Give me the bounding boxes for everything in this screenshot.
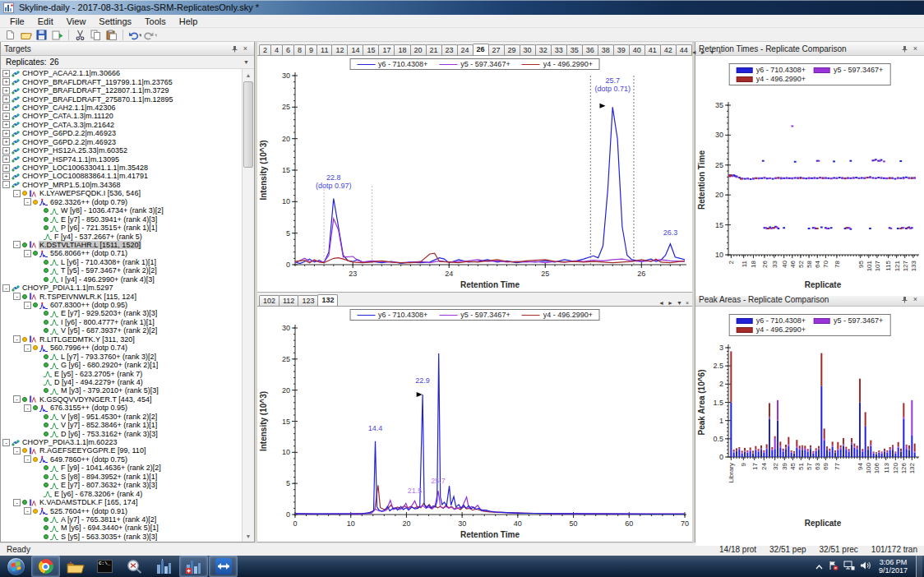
tree-item[interactable]: -525.7604++ (dotp 0.91)	[1, 506, 242, 515]
tree-item[interactable]: F [y4] - 537.2667+ (rank 5)	[1, 232, 242, 240]
scroll-tabs-left-icon[interactable]: ◄	[691, 49, 697, 55]
close-icon[interactable]: ×	[910, 44, 921, 54]
taskbar-skyline-button[interactable]	[150, 556, 178, 577]
tree-item[interactable]: L [y7] - 793.3760+ (rank 3)[2]	[1, 352, 242, 360]
tree-item[interactable]: A [y7] - 765.3811+ (rank 4)[2]	[1, 515, 242, 524]
tree-item[interactable]: +CHOYP_ACAA2.1.1|m.30666	[1, 69, 242, 77]
replicate-tab-4[interactable]: 4	[270, 44, 283, 55]
paste-button[interactable]	[104, 29, 118, 41]
tree-item[interactable]: E [y7] - 929.5203+ (rank 3)[3]	[1, 309, 242, 317]
show-desktop-button[interactable]	[916, 556, 922, 577]
tree-item[interactable]: +CHOYP_BRAFLDRAFT_122807.1.1|m.3729	[1, 86, 242, 95]
expand-icon[interactable]: +	[2, 138, 10, 145]
tree-item[interactable]: +CHOYP_CATA.3.3|m.21642	[1, 121, 242, 129]
publish-button[interactable]	[50, 29, 64, 41]
tree-item[interactable]: -R.AGEFSEEYGGPR.E [99, 110]	[1, 446, 242, 455]
menu-settings[interactable]: Settings	[92, 16, 138, 26]
tree-item[interactable]: T [y5] - 597.3467+ (rank 2)[2]	[1, 266, 242, 275]
tree-item[interactable]: -K.GSQQVVDYNGER.T [443, 454]	[1, 395, 242, 404]
replicate-tab-123[interactable]: 123	[298, 295, 318, 306]
collapse-icon[interactable]: -	[24, 455, 31, 463]
replicate-tab-32[interactable]: 32	[535, 44, 552, 55]
tree-item[interactable]: L [y6] - 710.4308+ (rank 1)[1]	[1, 258, 242, 266]
tree-item[interactable]: F [y9] - 1041.4636+ (rank 2)[2]	[1, 464, 242, 472]
expand-icon[interactable]: +	[2, 155, 10, 163]
expand-icon[interactable]: +	[2, 173, 10, 180]
tree-item[interactable]: +CHOYP_G6PD.2.2|m.46923	[1, 129, 242, 137]
collapse-icon[interactable]: -	[13, 335, 21, 343]
close-icon[interactable]: ×	[240, 44, 251, 54]
scroll-tabs-right-icon[interactable]: ►	[668, 300, 673, 306]
tree-item[interactable]: -R.LITLGEDMTK.Y [311, 320]	[1, 335, 242, 344]
chromatogram-top-svg[interactable]: 05101520253023242526Intensity (10^3)Rete…	[257, 56, 692, 293]
tree-item[interactable]: D [y6] - 753.3162+ (rank 3)[3]	[1, 429, 242, 437]
tree-item[interactable]: V [y7] - 852.3846+ (rank 1)[1]	[1, 421, 242, 429]
replicate-tab-41[interactable]: 41	[644, 44, 661, 55]
scrollbar-thumb[interactable]	[243, 81, 253, 168]
replicate-tab-9[interactable]: 9	[305, 44, 317, 55]
replicate-tab-132[interactable]: 132	[317, 294, 338, 306]
collapse-icon[interactable]: -	[2, 284, 10, 292]
chevron-down-icon[interactable]: ▼	[243, 59, 249, 65]
copy-button[interactable]	[89, 29, 103, 41]
replicate-tab-29[interactable]: 29	[504, 44, 520, 55]
tree-item[interactable]: E [y7] - 807.3632+ (rank 3)[3]	[1, 481, 242, 489]
collapse-icon[interactable]: -	[13, 447, 21, 455]
collapse-icon[interactable]: -	[13, 499, 21, 506]
close-icon[interactable]: ×	[686, 300, 689, 306]
tree-item[interactable]: +CHOYP_CATA.1.3|m.11120	[1, 112, 242, 120]
replicate-tab-15[interactable]: 15	[363, 44, 379, 55]
replicate-tab-38[interactable]: 38	[598, 44, 614, 55]
tree-item[interactable]: E [y7] - 850.3941+ (rank 4)[3]	[1, 215, 242, 223]
replicate-tab-23[interactable]: 23	[441, 44, 458, 55]
replicate-tab-26[interactable]: 26	[473, 44, 489, 55]
tree-item[interactable]: E [y5] - 623.2705+ (rank 7)	[1, 369, 242, 377]
replicate-tab-20[interactable]: 20	[410, 44, 427, 55]
taskbar-teamviewer-button[interactable]	[209, 556, 238, 577]
tree-item[interactable]: V [y8] - 951.4530+ (rank 2)[2]	[1, 413, 242, 421]
menu-tools[interactable]: Tools	[138, 16, 173, 26]
redo-button[interactable]: ▼	[143, 29, 157, 41]
tree-item[interactable]: +CHOYP_LOC100633041.1.1|m.35428	[1, 164, 242, 172]
scroll-down-icon[interactable]: ▼	[243, 530, 254, 542]
taskbar-explorer-button[interactable]	[61, 556, 90, 577]
tree-item[interactable]: -K.DSTVLTIAHR.L [1511, 1520]	[1, 241, 242, 249]
replicates-selector[interactable]: Replicates: 26 ▼	[1, 56, 254, 69]
tree-item[interactable]: +CHOYP_HSP74.1.1|m.13095	[1, 155, 242, 163]
scroll-tabs-right-icon[interactable]: ►	[700, 49, 706, 55]
pin-icon[interactable]	[899, 44, 910, 54]
expand-icon[interactable]: +	[2, 164, 10, 172]
tree-item[interactable]: +CHOYP_G6PD.2.2|m.46923	[1, 138, 242, 146]
tree-item[interactable]: -CHOYP_PDIA3.1.1|m.60223	[1, 438, 242, 446]
chromatogram-chart-bottom[interactable]: y6 - 710.4308+y5 - 597.3467+y4 - 496.299…	[257, 307, 692, 542]
new-button[interactable]	[3, 29, 17, 41]
menu-help[interactable]: Help	[173, 16, 205, 26]
tray-expand-icon[interactable]	[815, 559, 823, 574]
volume-icon[interactable]	[860, 559, 871, 574]
tree-item[interactable]: S [y5] - 563.3035+ (rank 3)[3]	[1, 533, 242, 541]
collapse-icon[interactable]: -	[13, 190, 21, 197]
tree-item[interactable]: I [y6] - 800.4777+ (rank 1)[1]	[1, 318, 242, 326]
replicate-tab-112[interactable]: 112	[279, 295, 298, 306]
collapse-icon[interactable]: -	[24, 507, 31, 515]
tab-list-icon[interactable]: ▼	[709, 49, 715, 55]
tree-item[interactable]: M [y6] - 694.3440+ (rank 5)[1]	[1, 524, 242, 532]
taskbar-skyline-tool-button[interactable]	[120, 556, 149, 577]
expand-icon[interactable]: +	[2, 70, 10, 77]
replicate-tab-11[interactable]: 11	[316, 44, 332, 55]
tree-item[interactable]: -692.3326++ (dotp 0.79)	[1, 198, 242, 206]
tree-item[interactable]: +CHOYP_CAH2.1.1|m.42306	[1, 104, 242, 112]
expand-icon[interactable]: +	[2, 121, 10, 128]
replicate-tab-40[interactable]: 40	[629, 44, 645, 55]
collapse-icon[interactable]: -	[24, 250, 31, 257]
tree-item[interactable]: -K.VADAMSTDLK.F [165, 174]	[1, 498, 242, 506]
network-icon[interactable]	[843, 559, 855, 574]
tree-item[interactable]: +CHOYP_HS12A.25.33|m.60352	[1, 146, 242, 155]
chromatogram-bottom-svg[interactable]: 051015202530010203040506070Intensity (10…	[257, 307, 692, 542]
replicate-tab-17[interactable]: 17	[378, 44, 395, 55]
tree-item[interactable]: +CHOYP_LOC100883864.1.1|m.41791	[1, 172, 242, 180]
tree-item[interactable]: -649.7860++ (dotp 0.75)	[1, 455, 242, 464]
expand-icon[interactable]: +	[2, 95, 10, 103]
pin-icon[interactable]	[229, 44, 240, 54]
action-center-icon[interactable]	[828, 559, 839, 574]
